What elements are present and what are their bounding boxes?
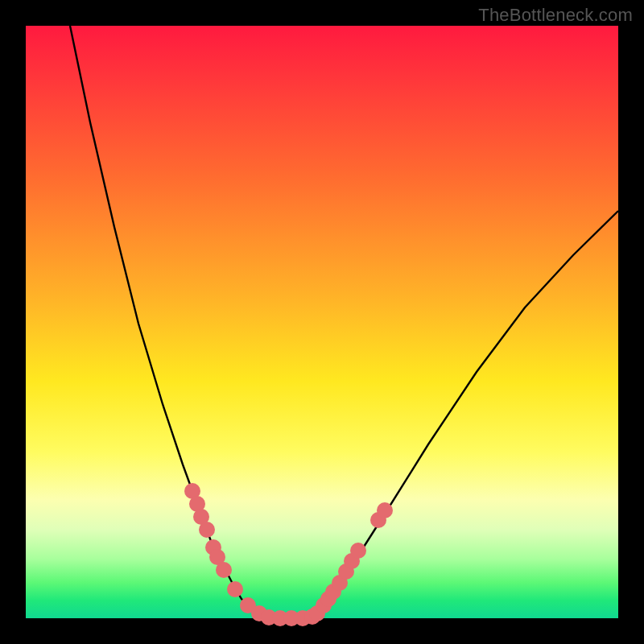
bottleneck-curve [70,26,618,618]
curve-svg [26,26,618,618]
data-dot [377,502,393,518]
data-dot [216,562,232,578]
scatter-dots [184,483,393,626]
data-dot [350,543,366,559]
data-dot [227,581,243,597]
plot-area [26,26,618,618]
watermark-text: TheBottleneck.com [478,5,633,26]
data-dot [199,522,215,538]
chart-frame: TheBottleneck.com [0,0,644,644]
